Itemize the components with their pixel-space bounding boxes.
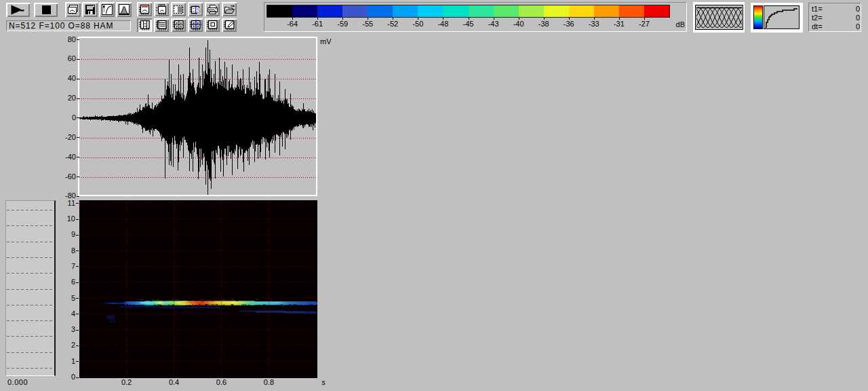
svg-text:S: S: [196, 7, 201, 14]
